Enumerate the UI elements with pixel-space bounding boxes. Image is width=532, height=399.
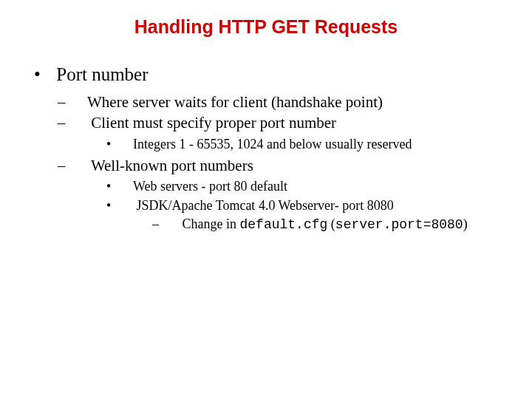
bullet-text-code: server.port=8080 xyxy=(335,217,463,232)
bullet-text: Integers 1 - 65535, 1024 and below usual… xyxy=(133,137,412,151)
bullet-text: Web servers - port 80 default xyxy=(133,179,287,194)
bullet-text: Well-known port numbers xyxy=(91,157,253,174)
bullet-item: Client must specify proper port number I… xyxy=(72,113,495,153)
slide-title: Handling HTTP GET Requests xyxy=(81,16,451,38)
bullet-item: Web servers - port 80 default xyxy=(120,178,495,195)
bullet-item: JSDK/Apache Tomcat 4.0 Webserver- port 8… xyxy=(120,197,495,234)
bullet-item: Port number Where server waits for clien… xyxy=(37,64,495,233)
bullet-list-level-2: Where server waits for client (handshake… xyxy=(72,92,495,233)
bullet-item: Change in default.cfg (server.port=8080) xyxy=(166,216,495,233)
bullet-text: Port number xyxy=(56,64,148,84)
bullet-list-level-3: Integers 1 - 65535, 1024 and below usual… xyxy=(120,136,495,153)
bullet-item: Integers 1 - 65535, 1024 and below usual… xyxy=(120,136,495,153)
bullet-text: Where server waits for client (handshake… xyxy=(87,93,383,111)
bullet-item: Well-known port numbers Web servers - po… xyxy=(72,156,495,233)
bullet-text: Client must specify proper port number xyxy=(91,114,336,132)
bullet-text-part: ) xyxy=(463,216,468,231)
bullet-list-level-1: Port number Where server waits for clien… xyxy=(37,64,495,233)
bullet-text-part: Change in xyxy=(183,216,240,231)
bullet-list-level-4: Change in default.cfg (server.port=8080) xyxy=(166,216,495,233)
bullet-text-part: ( xyxy=(327,216,335,231)
bullet-list-level-3: Web servers - port 80 default JSDK/Apach… xyxy=(120,178,495,233)
bullet-text: JSDK/Apache Tomcat 4.0 Webserver- port 8… xyxy=(137,198,394,213)
bullet-item: Where server waits for client (handshake… xyxy=(72,92,495,112)
bullet-text-code: default.cfg xyxy=(240,217,328,232)
